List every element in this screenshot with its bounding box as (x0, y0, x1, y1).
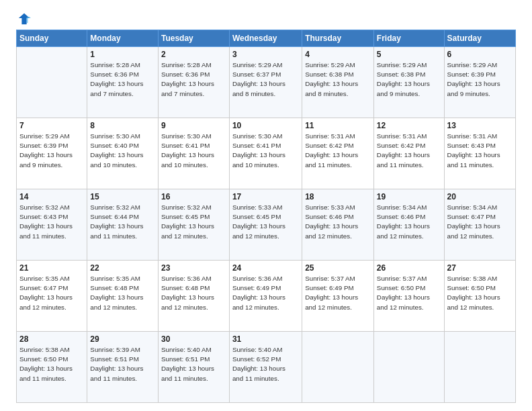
day-info: Sunrise: 5:32 AM Sunset: 6:45 PM Dayligh… (161, 203, 226, 241)
day-info: Sunrise: 5:30 AM Sunset: 6:40 PM Dayligh… (90, 132, 155, 170)
day-number: 28 (19, 334, 84, 344)
day-cell (17, 47, 87, 118)
day-number: 20 (447, 192, 513, 201)
weekday-monday: Monday (87, 30, 159, 47)
day-cell: 27Sunrise: 5:38 AM Sunset: 6:50 PM Dayli… (444, 261, 515, 332)
day-cell: 15Sunrise: 5:32 AM Sunset: 6:44 PM Dayli… (87, 189, 159, 261)
day-info: Sunrise: 5:40 AM Sunset: 6:51 PM Dayligh… (161, 345, 226, 383)
day-number: 19 (377, 192, 441, 201)
day-cell: 8Sunrise: 5:30 AM Sunset: 6:40 PM Daylig… (87, 118, 159, 189)
day-cell: 24Sunrise: 5:36 AM Sunset: 6:49 PM Dayli… (229, 261, 302, 332)
day-cell: 14Sunrise: 5:32 AM Sunset: 6:43 PM Dayli… (17, 189, 87, 261)
page: SundayMondayTuesdayWednesdayThursdayFrid… (0, 0, 532, 411)
day-cell: 22Sunrise: 5:35 AM Sunset: 6:48 PM Dayli… (87, 261, 159, 332)
day-number: 18 (305, 192, 371, 201)
day-info: Sunrise: 5:38 AM Sunset: 6:50 PM Dayligh… (447, 274, 513, 312)
day-number: 17 (232, 192, 299, 201)
day-cell: 4Sunrise: 5:29 AM Sunset: 6:38 PM Daylig… (302, 47, 374, 118)
day-cell: 1Sunrise: 5:28 AM Sunset: 6:36 PM Daylig… (87, 47, 159, 118)
day-cell: 18Sunrise: 5:33 AM Sunset: 6:46 PM Dayli… (302, 189, 374, 261)
day-info: Sunrise: 5:34 AM Sunset: 6:46 PM Dayligh… (377, 203, 441, 241)
day-cell: 16Sunrise: 5:32 AM Sunset: 6:45 PM Dayli… (158, 189, 229, 261)
day-number: 7 (19, 121, 84, 130)
header (16, 12, 516, 26)
day-number: 22 (90, 263, 155, 273)
weekday-saturday: Saturday (444, 30, 515, 47)
logo-icon (17, 12, 31, 26)
day-info: Sunrise: 5:32 AM Sunset: 6:43 PM Dayligh… (19, 203, 84, 241)
week-row-4: 28Sunrise: 5:38 AM Sunset: 6:50 PM Dayli… (17, 332, 516, 403)
day-info: Sunrise: 5:32 AM Sunset: 6:44 PM Dayligh… (90, 203, 155, 241)
day-info: Sunrise: 5:29 AM Sunset: 6:37 PM Dayligh… (232, 60, 299, 99)
day-cell: 5Sunrise: 5:29 AM Sunset: 6:38 PM Daylig… (373, 47, 444, 118)
week-row-2: 14Sunrise: 5:32 AM Sunset: 6:43 PM Dayli… (17, 189, 516, 261)
day-number: 3 (232, 50, 299, 59)
day-number: 1 (90, 50, 155, 59)
day-number: 4 (305, 50, 371, 59)
day-number: 21 (19, 263, 84, 273)
day-cell: 26Sunrise: 5:37 AM Sunset: 6:50 PM Dayli… (373, 261, 444, 332)
day-info: Sunrise: 5:31 AM Sunset: 6:42 PM Dayligh… (305, 132, 371, 170)
day-info: Sunrise: 5:37 AM Sunset: 6:50 PM Dayligh… (377, 274, 441, 312)
day-info: Sunrise: 5:28 AM Sunset: 6:36 PM Dayligh… (90, 60, 155, 99)
weekday-tuesday: Tuesday (158, 30, 229, 47)
day-info: Sunrise: 5:30 AM Sunset: 6:41 PM Dayligh… (161, 132, 226, 170)
week-row-0: 1Sunrise: 5:28 AM Sunset: 6:36 PM Daylig… (17, 47, 516, 118)
day-cell: 10Sunrise: 5:30 AM Sunset: 6:41 PM Dayli… (229, 118, 302, 189)
day-number: 14 (19, 192, 84, 201)
day-number: 8 (90, 121, 155, 130)
day-info: Sunrise: 5:29 AM Sunset: 6:39 PM Dayligh… (19, 132, 84, 170)
day-cell: 28Sunrise: 5:38 AM Sunset: 6:50 PM Dayli… (17, 332, 87, 403)
day-cell: 7Sunrise: 5:29 AM Sunset: 6:39 PM Daylig… (17, 118, 87, 189)
logo (16, 12, 31, 26)
day-number: 2 (161, 50, 226, 59)
calendar: SundayMondayTuesdayWednesdayThursdayFrid… (16, 30, 516, 403)
day-cell: 2Sunrise: 5:28 AM Sunset: 6:36 PM Daylig… (158, 47, 229, 118)
day-number: 23 (161, 263, 226, 273)
day-info: Sunrise: 5:35 AM Sunset: 6:47 PM Dayligh… (19, 274, 84, 312)
day-info: Sunrise: 5:37 AM Sunset: 6:49 PM Dayligh… (305, 274, 371, 312)
day-number: 30 (161, 334, 226, 344)
day-cell: 6Sunrise: 5:29 AM Sunset: 6:39 PM Daylig… (444, 47, 515, 118)
day-cell: 11Sunrise: 5:31 AM Sunset: 6:42 PM Dayli… (302, 118, 374, 189)
day-info: Sunrise: 5:29 AM Sunset: 6:38 PM Dayligh… (305, 60, 371, 99)
week-row-3: 21Sunrise: 5:35 AM Sunset: 6:47 PM Dayli… (17, 261, 516, 332)
day-info: Sunrise: 5:38 AM Sunset: 6:50 PM Dayligh… (19, 345, 84, 383)
day-cell: 19Sunrise: 5:34 AM Sunset: 6:46 PM Dayli… (373, 189, 444, 261)
day-number: 11 (305, 121, 371, 130)
day-info: Sunrise: 5:36 AM Sunset: 6:49 PM Dayligh… (232, 274, 299, 312)
day-info: Sunrise: 5:29 AM Sunset: 6:39 PM Dayligh… (447, 60, 513, 99)
day-cell (444, 332, 515, 403)
day-info: Sunrise: 5:28 AM Sunset: 6:36 PM Dayligh… (161, 60, 226, 99)
day-cell: 12Sunrise: 5:31 AM Sunset: 6:42 PM Dayli… (373, 118, 444, 189)
day-cell: 20Sunrise: 5:34 AM Sunset: 6:47 PM Dayli… (444, 189, 515, 261)
day-cell (302, 332, 374, 403)
day-info: Sunrise: 5:33 AM Sunset: 6:45 PM Dayligh… (232, 203, 299, 241)
day-info: Sunrise: 5:31 AM Sunset: 6:43 PM Dayligh… (447, 132, 513, 170)
weekday-header-row: SundayMondayTuesdayWednesdayThursdayFrid… (17, 30, 516, 47)
weekday-thursday: Thursday (302, 30, 374, 47)
day-number: 16 (161, 192, 226, 201)
day-info: Sunrise: 5:33 AM Sunset: 6:46 PM Dayligh… (305, 203, 371, 241)
day-number: 9 (161, 121, 226, 130)
day-number: 27 (447, 263, 513, 273)
day-info: Sunrise: 5:31 AM Sunset: 6:42 PM Dayligh… (377, 132, 441, 170)
day-info: Sunrise: 5:34 AM Sunset: 6:47 PM Dayligh… (447, 203, 513, 241)
day-cell: 23Sunrise: 5:36 AM Sunset: 6:48 PM Dayli… (158, 261, 229, 332)
day-number: 31 (232, 334, 299, 344)
day-number: 24 (232, 263, 299, 273)
weekday-friday: Friday (373, 30, 444, 47)
svg-marker-0 (19, 13, 30, 24)
day-cell: 13Sunrise: 5:31 AM Sunset: 6:43 PM Dayli… (444, 118, 515, 189)
day-number: 15 (90, 192, 155, 201)
day-number: 13 (447, 121, 513, 130)
day-cell: 30Sunrise: 5:40 AM Sunset: 6:51 PM Dayli… (158, 332, 229, 403)
day-number: 29 (90, 334, 155, 344)
day-number: 10 (232, 121, 299, 130)
day-cell: 3Sunrise: 5:29 AM Sunset: 6:37 PM Daylig… (229, 47, 302, 118)
day-info: Sunrise: 5:36 AM Sunset: 6:48 PM Dayligh… (161, 274, 226, 312)
day-number: 26 (377, 263, 441, 273)
day-cell: 21Sunrise: 5:35 AM Sunset: 6:47 PM Dayli… (17, 261, 87, 332)
day-cell: 29Sunrise: 5:39 AM Sunset: 6:51 PM Dayli… (87, 332, 159, 403)
week-row-1: 7Sunrise: 5:29 AM Sunset: 6:39 PM Daylig… (17, 118, 516, 189)
